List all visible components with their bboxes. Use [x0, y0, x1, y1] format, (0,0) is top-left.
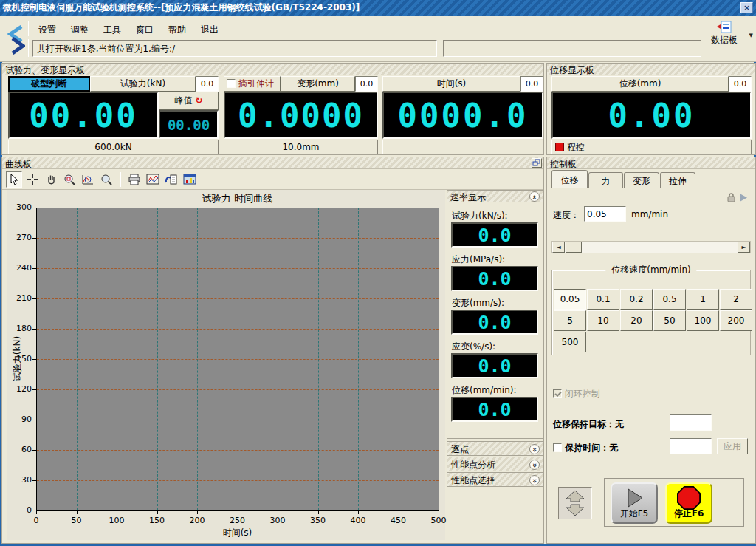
extensometer-checkbox[interactable]: [227, 79, 236, 88]
tab-deform[interactable]: 变形: [624, 172, 659, 188]
expand-button[interactable]: »: [529, 444, 540, 454]
print-tool-icon[interactable]: [126, 171, 142, 188]
y-tick-mark: [32, 208, 36, 208]
expand-button[interactable]: »: [529, 460, 540, 470]
status-secondary: [443, 40, 701, 57]
x-tick-mark: [238, 511, 238, 514]
y-tick-mark: [32, 298, 36, 299]
app-logo-icon: [6, 24, 25, 56]
displacement-header-button[interactable]: 位移(mm): [551, 76, 729, 92]
data-panel-label: 数据板: [701, 34, 747, 47]
menu-tools[interactable]: 工具: [97, 22, 127, 35]
chart-plot-area[interactable]: [36, 208, 439, 511]
y-tick-label: 270: [8, 233, 32, 242]
menu-window[interactable]: 窗口: [130, 22, 159, 35]
stop-button[interactable]: 停止F6: [665, 482, 712, 524]
speed-preset-button[interactable]: 200: [720, 310, 752, 331]
speed-preset-button[interactable]: 2: [720, 289, 752, 310]
speed-input[interactable]: [584, 206, 626, 222]
rate-stress-value: 0.0: [451, 266, 538, 291]
apply-button[interactable]: 应用: [717, 438, 748, 454]
accordion-performance-select[interactable]: 性能点选择 »: [447, 472, 543, 487]
y-tick-label: 90: [8, 414, 32, 424]
extensometer-toggle[interactable]: 摘引伸计: [224, 76, 281, 92]
scrollbar-left-arrow-icon[interactable]: ◄: [552, 242, 565, 253]
rate-force-label: 试验力(kN/s):: [452, 210, 508, 222]
chart-area[interactable]: 试验力-时间曲线 试验力(kN) 时间(s) 03060901201501802…: [7, 190, 445, 540]
start-button[interactable]: 开始F5: [611, 482, 658, 524]
closed-loop-row: 闭环控制: [553, 388, 600, 400]
time-header-button[interactable]: 时间(s): [382, 76, 520, 92]
menu-help[interactable]: 帮助: [162, 22, 192, 35]
tab-tension[interactable]: 拉伸: [660, 172, 695, 188]
force-header-button[interactable]: 试验力(kN): [90, 76, 196, 92]
copy-curve-tool-icon[interactable]: [163, 171, 179, 188]
hold-time-input[interactable]: [670, 438, 712, 454]
cursor-tool-icon[interactable]: [6, 171, 22, 188]
chevron-down-icon: »: [530, 463, 539, 468]
peak-refresh-icon[interactable]: ↻: [195, 95, 202, 106]
curve-toolbar: [2, 170, 543, 190]
x-tick-label: 150: [144, 516, 171, 525]
tab-force[interactable]: 力: [588, 172, 623, 188]
deform-header-button[interactable]: 变形(mm): [281, 76, 355, 92]
tab-displacement[interactable]: 位移: [551, 170, 588, 188]
rate-force-value: 0.0: [451, 222, 538, 248]
extensometer-label: 摘引伸计: [238, 78, 274, 89]
chart-x-axis-label: 时间(s): [36, 527, 439, 539]
y-tick-label: 0: [8, 505, 32, 515]
stop-button-label: 停止F6: [667, 508, 711, 520]
rate-panel-header: 速率显示 »: [447, 191, 543, 202]
lock-icon: [726, 191, 736, 205]
speed-preset-button[interactable]: 50: [653, 310, 686, 331]
x-tick-mark: [399, 511, 399, 514]
peak-button[interactable]: 峰值 ↻: [159, 92, 219, 110]
hold-time-label: 保持时间：无: [565, 443, 618, 453]
close-button[interactable]: ×: [740, 2, 753, 13]
break-judge-button[interactable]: 破型判断: [8, 76, 90, 92]
hold-target-input[interactable]: [670, 414, 712, 431]
jog-up-down-button[interactable]: [558, 487, 592, 519]
speed-preset-button[interactable]: 0.05: [554, 289, 586, 310]
restore-panel-icon[interactable]: [532, 158, 542, 168]
speed-preset-button[interactable]: 0.1: [587, 289, 619, 310]
pan-hand-tool-icon[interactable]: [43, 171, 59, 188]
closed-loop-checkbox: [553, 389, 562, 398]
speed-preset-button[interactable]: 20: [620, 310, 653, 331]
menu-settings[interactable]: 设置: [32, 22, 62, 35]
v-gridline: [399, 208, 399, 510]
collapse-rate-panel-button[interactable]: »: [529, 191, 540, 202]
zoom-out-tool-icon[interactable]: [98, 171, 114, 188]
menu-adjust[interactable]: 调整: [65, 22, 94, 35]
data-panel-dropdown-icon[interactable]: ▼: [749, 33, 753, 38]
speed-preset-button[interactable]: 10: [587, 310, 619, 331]
zoom-region-tool-icon[interactable]: [61, 171, 78, 188]
x-tick-label: 500: [425, 516, 452, 525]
hold-time-row: 保持时间：无: [553, 442, 618, 454]
speed-preset-button[interactable]: 0.2: [620, 289, 653, 310]
speed-preset-button[interactable]: 0.5: [653, 289, 686, 310]
control-panel: 控制板 位移 力 变形 拉伸 速度： mm/min ◄ ► 位移速度(mm/mi…: [546, 157, 756, 544]
speed-preset-button[interactable]: 500: [554, 332, 586, 352]
chart-overlay-tool-icon[interactable]: [145, 171, 161, 188]
speed-preset-button[interactable]: 5: [554, 310, 586, 331]
expand-button[interactable]: »: [529, 475, 540, 485]
zoom-curve-tool-icon[interactable]: [80, 171, 96, 188]
menu-exit[interactable]: 退出: [195, 22, 224, 35]
data-board-tool-icon[interactable]: [182, 171, 198, 188]
speed-preset-button[interactable]: 1: [687, 289, 719, 310]
accordion-performance-analysis[interactable]: 性能点分析 »: [447, 457, 543, 471]
hold-time-checkbox[interactable]: [553, 443, 562, 452]
program-control-label: 程控: [567, 142, 585, 152]
program-control-indicator-icon: [555, 143, 564, 151]
data-panel-button[interactable]: ▼ 数据板: [701, 21, 747, 58]
scrollbar-thumb[interactable]: [566, 242, 582, 253]
speed-scrollbar[interactable]: ◄ ►: [551, 241, 751, 253]
scrollbar-right-arrow-icon[interactable]: ►: [738, 242, 750, 253]
crosshair-tool-icon[interactable]: [24, 171, 41, 188]
program-control-status: 程控: [551, 140, 752, 154]
run-arrow-icon[interactable]: [739, 191, 748, 205]
x-tick-mark: [157, 511, 158, 514]
speed-preset-button[interactable]: 100: [687, 310, 719, 331]
accordion-point-by-point[interactable]: 逐点 »: [447, 441, 543, 456]
